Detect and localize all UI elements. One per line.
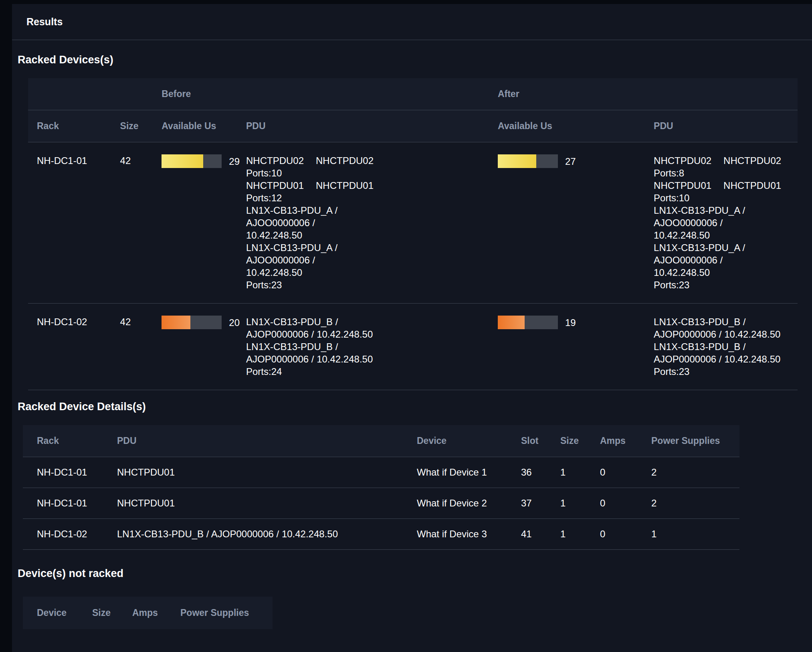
pdu-cell: NHCTPDU01 [103, 488, 403, 519]
col-header-rack: Rack [28, 110, 111, 142]
size-cell: 42 [111, 304, 153, 390]
pdu-entry: LN1X-CB13-PDU_B / AJOP0000006 / 10.42.24… [246, 340, 374, 378]
pdu-ports: Ports:10 [246, 167, 374, 179]
available-bar-fill [162, 316, 190, 329]
group-header-row: Before After [28, 78, 798, 110]
rack-cell: NH-DC1-02 [28, 304, 111, 390]
slot-cell: 41 [507, 519, 546, 550]
col-header-pdu: PDU [103, 425, 403, 457]
group-header-before: Before [153, 78, 489, 110]
rack-cell: NH-DC1-02 [23, 519, 103, 550]
table-row: NH-DC1-01 42 29 NHCTPDU02 [28, 142, 798, 304]
col-header-pdu-after: PDU [645, 110, 798, 142]
pdu-entry: NHCTPDU01 NHCTPDU01 Ports:12 [246, 179, 374, 204]
pdu-ports: Ports:24 [246, 365, 374, 378]
available-after-cell: 19 [489, 304, 645, 390]
results-title: Results [12, 4, 812, 40]
col-header-power-supplies: Power Supplies [166, 597, 273, 629]
available-bar-track [162, 316, 222, 329]
slot-cell: 37 [507, 488, 546, 519]
pdu-name: NHCTPDU02 [654, 154, 711, 167]
pdu-ports: Ports:12 [246, 192, 374, 204]
col-header-rack: Rack [23, 425, 103, 457]
pdu-name: LN1X-CB13-PDU_B / AJOP0000006 / 10.42.24… [654, 316, 781, 340]
col-header-pdu-before: PDU [237, 110, 489, 142]
table-row: NH-DC1-02 LN1X-CB13-PDU_B / AJOP0000006 … [23, 519, 739, 550]
col-header-size: Size [111, 110, 153, 142]
pdu-name: LN1X-CB13-PDU_B / AJOP0000006 / 10.42.24… [246, 316, 374, 340]
available-before-cell: 20 [153, 304, 237, 390]
table-row: NH-DC1-02 42 20 LN1X-CB13-PDU_B / A [28, 304, 798, 390]
group-header-spacer [28, 78, 111, 110]
pdu-entry: NHCTPDU01 NHCTPDU01 Ports:10 [654, 179, 781, 204]
pdu-name-2: NHCTPDU01 [723, 179, 781, 192]
pdu-after-cell: NHCTPDU02 NHCTPDU02 Ports:8 NHCTPDU01 NH… [645, 142, 798, 304]
pdu-entry: LN1X-CB13-PDU_B / AJOP0000006 / 10.42.24… [654, 316, 781, 340]
pdu-name: LN1X-CB13-PDU_B / AJOP0000006 / 10.42.24… [246, 340, 374, 365]
pdu-entry: LN1X-CB13-PDU_A / AJOO0000006 / 10.42.24… [654, 241, 781, 291]
col-header-size: Size [546, 425, 586, 457]
pdu-name: LN1X-CB13-PDU_A / AJOO0000006 / 10.42.24… [246, 241, 374, 279]
available-before-cell: 29 [153, 142, 237, 304]
pdu-ports: Ports:10 [654, 192, 781, 204]
col-header-device: Device [403, 425, 507, 457]
amps-cell: 0 [586, 488, 637, 519]
pdu-cell: LN1X-CB13-PDU_B / AJOP0000006 / 10.42.24… [103, 519, 403, 550]
pdu-entry: LN1X-CB13-PDU_A / AJOO0000006 / 10.42.24… [246, 241, 374, 291]
rack-cell: NH-DC1-01 [23, 488, 103, 519]
col-header-device: Device [23, 597, 78, 629]
column-header-row: Rack Size Available Us PDU Available Us … [28, 110, 798, 142]
available-value: 29 [229, 155, 240, 168]
pdu-name: LN1X-CB13-PDU_A / AJOO0000006 / 10.42.24… [654, 204, 781, 241]
section-heading-not-racked: Device(s) not racked [18, 550, 812, 580]
pdu-ports: Ports:8 [654, 167, 781, 179]
pdu-entry: NHCTPDU02 NHCTPDU02 Ports:8 [654, 154, 781, 179]
rack-cell: NH-DC1-01 [23, 457, 103, 488]
available-after-cell: 27 [489, 142, 645, 304]
pdu-entry: LN1X-CB13-PDU_A / AJOO0000006 / 10.42.24… [246, 204, 374, 241]
pdu-cell: NHCTPDU01 [103, 457, 403, 488]
amps-cell: 0 [586, 519, 637, 550]
pdu-entry: LN1X-CB13-PDU_B / AJOP0000006 / 10.42.24… [654, 340, 781, 378]
pdu-name: NHCTPDU02 [246, 154, 304, 167]
pdu-before-cell: NHCTPDU02 NHCTPDU02 Ports:10 NHCTPDU01 N… [237, 142, 489, 304]
size-cell: 1 [546, 488, 586, 519]
group-header-spacer [111, 78, 153, 110]
col-header-available-before: Available Us [153, 110, 237, 142]
power-supplies-cell: 2 [637, 488, 739, 519]
pdu-before-cell: LN1X-CB13-PDU_B / AJOP0000006 / 10.42.24… [237, 304, 489, 390]
col-header-available-after: Available Us [489, 110, 645, 142]
col-header-power-supplies: Power Supplies [637, 425, 739, 457]
col-header-slot: Slot [507, 425, 546, 457]
pdu-ports: Ports:23 [654, 365, 781, 378]
available-bar-track [162, 154, 222, 168]
group-header-after: After [489, 78, 798, 110]
device-cell: What if Device 2 [403, 488, 507, 519]
pdu-entry: NHCTPDU02 NHCTPDU02 Ports:10 [246, 154, 374, 179]
column-header-row: Rack PDU Device Slot Size Amps Power Sup… [23, 425, 739, 457]
table-row: NH-DC1-01 NHCTPDU01 What if Device 2 37 … [23, 488, 739, 519]
available-bar-fill [498, 154, 536, 168]
pdu-entry: LN1X-CB13-PDU_B / AJOP0000006 / 10.42.24… [246, 316, 374, 340]
power-supplies-cell: 2 [637, 457, 739, 488]
available-value: 27 [565, 155, 576, 168]
size-cell: 42 [111, 142, 153, 304]
not-racked-table: Device Size Amps Power Supplies [23, 597, 273, 629]
power-supplies-cell: 1 [637, 519, 739, 550]
section-heading-racked-details: Racked Device Details(s) [18, 390, 812, 413]
rack-cell: NH-DC1-01 [28, 142, 111, 304]
pdu-ports: Ports:23 [246, 279, 374, 291]
pdu-name: LN1X-CB13-PDU_A / AJOO0000006 / 10.42.24… [654, 241, 781, 279]
table-row: NH-DC1-01 NHCTPDU01 What if Device 1 36 … [23, 457, 739, 488]
pdu-name-2: NHCTPDU01 [316, 179, 374, 192]
device-cell: What if Device 1 [403, 457, 507, 488]
pdu-name: LN1X-CB13-PDU_B / AJOP0000006 / 10.42.24… [654, 340, 781, 365]
amps-cell: 0 [586, 457, 637, 488]
pdu-after-cell: LN1X-CB13-PDU_B / AJOP0000006 / 10.42.24… [645, 304, 798, 390]
size-cell: 1 [546, 519, 586, 550]
pdu-name-2: NHCTPDU02 [316, 154, 374, 167]
results-page: Results Racked Devices(s) Before After R… [12, 4, 812, 652]
column-header-row: Device Size Amps Power Supplies [23, 597, 273, 629]
slot-cell: 36 [507, 457, 546, 488]
available-value: 20 [229, 316, 240, 329]
